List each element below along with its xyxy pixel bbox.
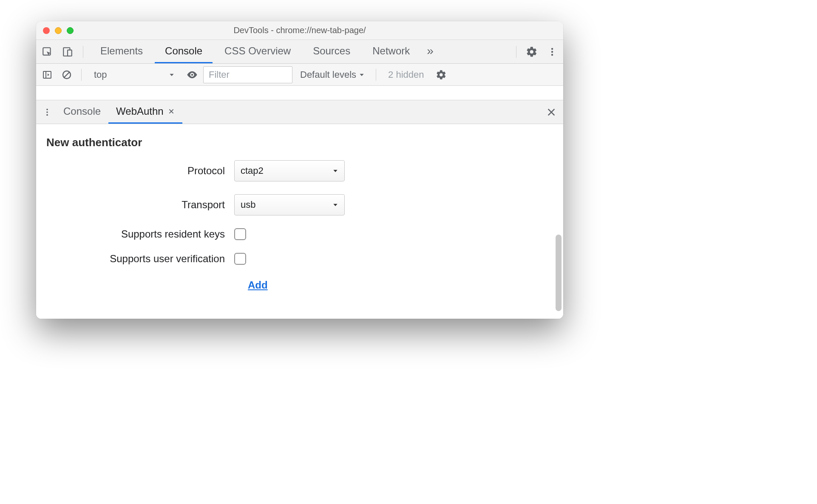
svg-point-4 [551,51,553,52]
close-tab-icon[interactable] [168,108,175,115]
drawer-tabs: Console WebAuthn [36,100,563,124]
live-expression-icon[interactable] [184,66,201,83]
device-toolbar-icon[interactable] [59,43,76,60]
context-value: top [94,69,107,80]
log-levels-select[interactable]: Default levels [295,69,370,80]
inspect-element-icon[interactable] [39,43,56,60]
devtools-window: DevTools - chrome://new-tab-page/ Elemen… [36,21,563,319]
webauthn-panel: New authenticator Protocol ctap2 Transpo… [36,124,563,319]
user-verification-checkbox[interactable] [234,253,246,265]
transport-label: Transport [46,199,225,211]
tab-console[interactable]: Console [155,40,213,63]
separator [81,69,82,81]
settings-icon[interactable] [523,43,540,60]
user-verification-row: Supports user verification [46,253,555,265]
svg-point-10 [46,111,48,113]
resident-keys-row: Supports resident keys [46,228,555,240]
svg-point-8 [191,74,193,76]
maximize-window-button[interactable] [67,27,74,34]
new-authenticator-form: Protocol ctap2 Transport usb Supports re… [46,160,555,293]
drawer-tab-console[interactable]: Console [56,100,108,124]
execution-context-select[interactable]: top [88,66,181,83]
resident-keys-checkbox[interactable] [234,228,246,240]
filter-input[interactable] [203,66,292,83]
main-tabs: Elements Console CSS Overview Sources Ne… [90,40,439,63]
drawer-tab-label: Console [63,105,101,117]
protocol-select[interactable]: ctap2 [234,160,345,181]
toggle-sidebar-icon[interactable] [39,66,56,83]
resident-keys-label: Supports resident keys [46,228,225,240]
chevron-down-icon [359,72,365,78]
user-verification-label: Supports user verification [46,253,225,265]
svg-rect-0 [43,48,50,55]
console-toolbar: top Default levels 2 hidden [36,64,563,86]
drawer-tab-webauthn[interactable]: WebAuthn [108,100,182,124]
separator [83,46,83,58]
drawer-more-icon[interactable] [39,104,56,121]
protocol-label: Protocol [46,165,225,177]
close-window-button[interactable] [43,27,50,34]
svg-point-3 [551,48,553,49]
protocol-value: ctap2 [241,165,264,176]
console-settings-icon[interactable] [433,66,450,83]
protocol-row: Protocol ctap2 [46,160,555,181]
chevron-down-icon [169,72,175,78]
add-row: Add [46,277,555,293]
tab-css-overview[interactable]: CSS Overview [214,40,301,63]
hidden-messages-count[interactable]: 2 hidden [382,69,430,80]
minimize-window-button[interactable] [55,27,62,34]
drawer-tab-label: WebAuthn [116,105,164,117]
svg-rect-6 [43,71,51,78]
clear-console-icon[interactable] [58,66,75,83]
more-tabs-button[interactable]: » [422,40,439,63]
more-options-icon[interactable] [544,43,561,60]
transport-value: usb [241,199,255,210]
close-drawer-button[interactable] [542,108,561,117]
window-title: DevTools - chrome://new-tab-page/ [36,25,563,35]
tab-network[interactable]: Network [362,40,420,63]
title-bar: DevTools - chrome://new-tab-page/ [36,21,563,40]
traffic-lights [43,27,74,34]
scrollbar-thumb[interactable] [556,235,562,311]
transport-row: Transport usb [46,194,555,215]
chevron-down-icon [332,202,338,208]
console-output-area [36,86,563,100]
separator [516,46,516,58]
tab-elements[interactable]: Elements [90,40,153,63]
svg-point-11 [46,114,48,116]
svg-point-9 [46,108,48,110]
separator [376,69,376,81]
svg-point-5 [551,54,553,55]
section-title: New authenticator [46,136,555,149]
tab-sources[interactable]: Sources [303,40,360,63]
levels-label: Default levels [300,69,356,80]
svg-rect-2 [68,50,72,56]
chevron-down-icon [332,168,338,174]
transport-select[interactable]: usb [234,194,345,215]
main-toolbar: Elements Console CSS Overview Sources Ne… [36,40,563,64]
add-authenticator-button[interactable]: Add [244,277,271,293]
